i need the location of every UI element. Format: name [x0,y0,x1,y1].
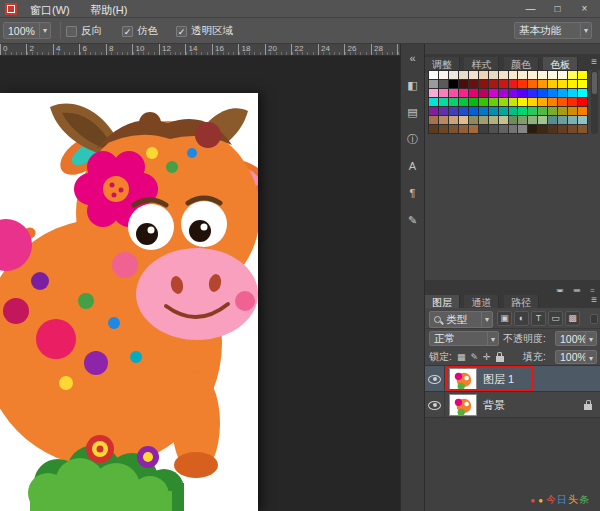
checkbox-transparency[interactable]: ✓ 透明区域 [176,24,233,38]
swatches-scrollbar[interactable] [591,70,598,134]
swatch-2-3[interactable] [459,89,468,97]
filter-type-icon[interactable]: T [531,311,546,326]
swatch-4-4[interactable] [469,107,478,115]
swatch-3-11[interactable] [538,98,547,106]
swatch-6-13[interactable] [558,125,567,133]
layer-thumbnail[interactable] [449,394,477,416]
swatch-3-5[interactable] [479,98,488,106]
swatch-2-15[interactable] [578,89,587,97]
lock-all-icon[interactable] [496,356,504,362]
canvas-area[interactable] [0,56,400,511]
document-canvas[interactable] [0,93,258,511]
swatch-4-10[interactable] [528,107,537,115]
lock-transparent-icon[interactable]: ▦ [457,350,466,364]
layer-row-layer1[interactable]: 图层 1 [425,366,600,392]
panel-menu-icon[interactable]: ≡ [591,54,597,70]
swatch-6-12[interactable] [548,125,557,133]
filter-type-select[interactable]: 类型 ▾ [429,311,493,328]
lock-position-icon[interactable]: ✛ [483,350,491,364]
swatch-0-5[interactable] [479,71,488,79]
swatch-3-10[interactable] [528,98,537,106]
swatch-2-13[interactable] [558,89,567,97]
swatch-6-14[interactable] [568,125,577,133]
swatch-4-6[interactable] [489,107,498,115]
swatch-6-7[interactable] [499,125,508,133]
swatch-5-3[interactable] [459,116,468,124]
minimize-button[interactable]: — [517,0,544,18]
swatch-3-2[interactable] [449,98,458,106]
filter-smart-icon[interactable]: ▩ [565,311,580,326]
swatch-0-3[interactable] [459,71,468,79]
swatch-6-0[interactable] [429,125,438,133]
swatch-5-2[interactable] [449,116,458,124]
swatch-1-7[interactable] [499,80,508,88]
swatch-4-14[interactable] [568,107,577,115]
zoom-select[interactable]: 100% ▾ [3,22,51,39]
swatch-0-11[interactable] [538,71,547,79]
swatch-1-15[interactable] [578,80,587,88]
swatch-3-3[interactable] [459,98,468,106]
panel-menu-icon[interactable]: ≡ [591,292,597,308]
navigator-icon[interactable]: ▤ [404,103,422,121]
swatch-0-14[interactable] [568,71,577,79]
swatch-1-11[interactable] [538,80,547,88]
swatch-1-9[interactable] [518,80,527,88]
swatch-4-12[interactable] [548,107,557,115]
swatch-6-3[interactable] [459,125,468,133]
swatch-2-5[interactable] [479,89,488,97]
swatch-5-10[interactable] [528,116,537,124]
swatch-5-12[interactable] [548,116,557,124]
swatch-2-12[interactable] [548,89,557,97]
menu-window[interactable]: 窗口(W) [22,2,78,19]
swatch-4-1[interactable] [439,107,448,115]
swatch-1-14[interactable] [568,80,577,88]
swatch-4-9[interactable] [518,107,527,115]
swatch-2-4[interactable] [469,89,478,97]
swatch-0-0[interactable] [429,71,438,79]
swatch-6-8[interactable] [509,125,518,133]
swatch-3-14[interactable] [568,98,577,106]
workspace-switcher[interactable]: 基本功能 ▾ [514,22,592,39]
swatch-2-14[interactable] [568,89,577,97]
filter-adjustment-icon[interactable]: ◐ [514,311,529,326]
swatch-5-9[interactable] [518,116,527,124]
swatch-1-6[interactable] [489,80,498,88]
swatch-6-1[interactable] [439,125,448,133]
swatch-6-11[interactable] [538,125,547,133]
swatch-0-2[interactable] [449,71,458,79]
swatch-4-7[interactable] [499,107,508,115]
layer-row-background[interactable]: 背景 [425,392,600,418]
lock-paint-icon[interactable]: ✎ [471,350,479,364]
swatch-3-6[interactable] [489,98,498,106]
swatch-1-5[interactable] [479,80,488,88]
swatch-2-0[interactable] [429,89,438,97]
swatch-1-4[interactable] [469,80,478,88]
paragraph-panel-icon[interactable]: ¶ [404,184,422,202]
swatch-3-1[interactable] [439,98,448,106]
swatch-3-8[interactable] [509,98,518,106]
layer-thumbnail[interactable] [449,368,477,390]
character-panel-icon[interactable]: A [404,157,422,175]
close-button[interactable]: × [571,0,598,18]
swatch-4-2[interactable] [449,107,458,115]
swatch-2-11[interactable] [538,89,547,97]
swatch-6-15[interactable] [578,125,587,133]
swatch-1-1[interactable] [439,80,448,88]
swatch-1-3[interactable] [459,80,468,88]
checkbox-inverse[interactable]: 反向 [66,24,102,38]
swatch-6-5[interactable] [479,125,488,133]
swatch-4-15[interactable] [578,107,587,115]
swatch-0-1[interactable] [439,71,448,79]
swatch-0-15[interactable] [578,71,587,79]
menu-help[interactable]: 帮助(H) [82,2,135,19]
collapse-panels-icon[interactable]: « [404,49,422,67]
checkbox-dither[interactable]: ✓ 仿色 [122,24,158,38]
swatch-5-0[interactable] [429,116,438,124]
history-icon[interactable]: ◧ [404,76,422,94]
swatch-5-1[interactable] [439,116,448,124]
swatch-1-13[interactable] [558,80,567,88]
swatch-0-4[interactable] [469,71,478,79]
swatch-6-6[interactable] [489,125,498,133]
swatch-4-3[interactable] [459,107,468,115]
swatch-1-0[interactable] [429,80,438,88]
